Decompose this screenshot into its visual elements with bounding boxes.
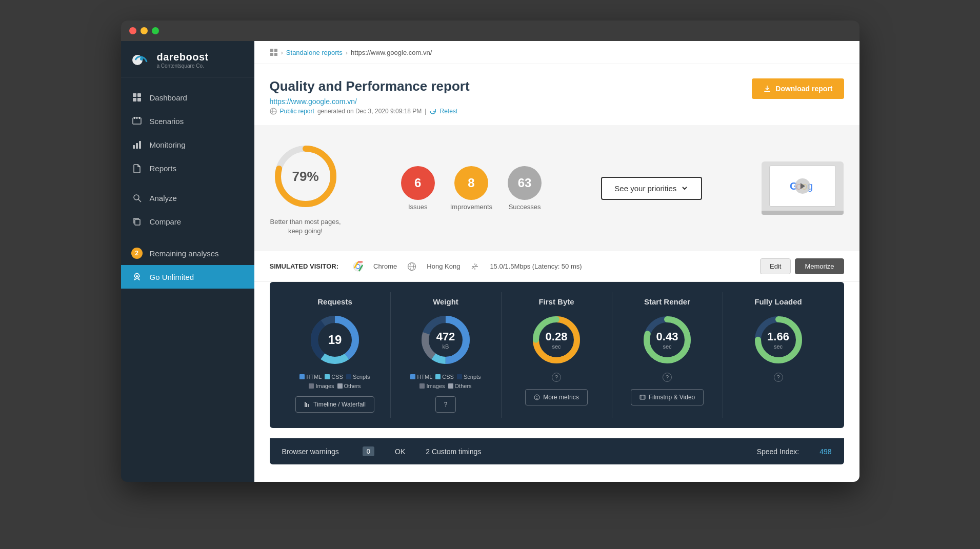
svg-point-16: [136, 275, 138, 277]
speed-index-value[interactable]: 498: [819, 448, 831, 456]
download-btn-label: Download report: [775, 85, 832, 93]
priorities-button[interactable]: See your priorities: [601, 177, 702, 200]
weight-gauge: 472 kB: [420, 314, 471, 365]
bar-chart-icon: [131, 139, 143, 150]
filmstrip-button[interactable]: Filmstrip & Video: [631, 389, 704, 405]
first-byte-value: 0.28: [546, 330, 568, 343]
sidebar-item-dashboard-label: Dashboard: [150, 93, 187, 102]
bottom-bar: Browser warnings 0 OK 2 Custom timings S…: [270, 438, 844, 464]
weight-title: Weight: [433, 297, 458, 306]
more-metrics-button[interactable]: More metrics: [525, 389, 587, 405]
requests-gauge: 19: [309, 314, 361, 365]
requests-title: Requests: [317, 297, 352, 306]
logo-sub: a Contentsquare Co.: [157, 63, 209, 69]
svg-rect-40: [308, 404, 309, 407]
generated-text: generated on Dec 3, 2020 9:09:18 PM: [317, 108, 422, 115]
legend-others-req: Others: [337, 383, 361, 389]
visitor-actions: Edit Memorize: [760, 258, 844, 274]
score-badges: 6 Issues 8 Improvements 63: [401, 166, 542, 211]
sidebar-item-go-unlimited[interactable]: Go Unlimited: [121, 265, 254, 289]
requests-value: 19: [328, 333, 342, 347]
breadcrumb-home-icon[interactable]: [270, 48, 278, 56]
laptop-top: G o o g: [762, 161, 844, 211]
svg-rect-9: [139, 117, 140, 119]
gauge-percent: 79%: [292, 169, 318, 185]
visitor-bar: SIMULATED VISITOR: Chrome Hong Kong 15.0…: [254, 251, 859, 282]
chevron-down-icon: [681, 184, 689, 192]
sidebar-item-scenarios[interactable]: Scenarios: [121, 109, 254, 133]
sidebar-item-reports[interactable]: Reports: [121, 156, 254, 180]
fully-loaded-help[interactable]: ?: [774, 373, 783, 382]
metric-requests: Requests 19: [280, 292, 391, 418]
waterfall-icon: [304, 401, 310, 408]
svg-rect-22: [764, 91, 770, 92]
svg-rect-7: [134, 117, 135, 119]
sidebar-item-scenarios-label: Scenarios: [150, 117, 184, 126]
more-metrics-label: More metrics: [543, 394, 578, 401]
improvements-circle: 8: [454, 166, 488, 200]
weight-legend-scripts: Scripts: [457, 374, 481, 380]
first-byte-title: First Byte: [538, 297, 574, 306]
visitor-help-icon[interactable]: ?: [592, 263, 602, 273]
metrics-icon: [534, 394, 540, 400]
first-byte-help[interactable]: ?: [552, 373, 561, 382]
sidebar-item-monitoring-label: Monitoring: [150, 140, 186, 149]
breadcrumb-standalone-reports[interactable]: Standalone reports: [286, 49, 343, 56]
gauge-sub: Better than most pages, keep going!: [270, 217, 341, 236]
fully-loaded-value-center: 1.66 sec: [767, 330, 789, 350]
chrome-icon: [353, 261, 363, 272]
rocket-icon: [131, 271, 143, 282]
waterfall-button[interactable]: Timeline / Waterfall: [295, 396, 374, 413]
sidebar-item-dashboard[interactable]: Dashboard: [121, 86, 254, 109]
breadcrumb-current: https://www.google.com.vn/: [351, 49, 432, 56]
report-title: Quality and Performance report: [270, 78, 470, 94]
weight-unit: kB: [436, 343, 455, 350]
sidebar-item-analyze[interactable]: Analyze: [121, 186, 254, 210]
weight-help-btn[interactable]: ?: [435, 396, 456, 413]
legend-html: HTML: [299, 374, 322, 380]
improvements-label: Improvements: [450, 203, 492, 211]
sidebar-logo: dareboost a Contentsquare Co.: [121, 41, 254, 77]
search-icon: [131, 192, 143, 204]
svg-rect-39: [306, 403, 307, 407]
weight-legend-css: CSS: [435, 374, 454, 380]
file-icon: [131, 162, 143, 174]
svg-rect-17: [270, 49, 273, 52]
report-url[interactable]: https://www.google.com.vn/: [270, 97, 470, 106]
sidebar-item-go-unlimited-label: Go Unlimited: [150, 273, 194, 281]
svg-rect-12: [139, 141, 141, 149]
report-meta: Public report generated on Dec 3, 2020 9…: [270, 108, 470, 115]
public-report-link[interactable]: Public report: [280, 108, 314, 115]
first-byte-gauge: 0.28 sec: [531, 314, 582, 365]
maximize-button[interactable]: [152, 27, 159, 34]
speed-icon: [470, 262, 479, 271]
sidebar-nav: Dashboard Scenarios Monitoring: [121, 77, 254, 482]
metric-weight: Weight 472 kB: [391, 292, 502, 418]
start-render-gauge: 0.43 sec: [642, 314, 693, 365]
browser-warnings-label: Browser warnings: [282, 448, 339, 456]
priorities-btn-label: See your priorities: [614, 184, 676, 193]
sidebar-item-monitoring[interactable]: Monitoring: [121, 133, 254, 156]
logo-icon: [131, 52, 152, 68]
edit-button[interactable]: Edit: [760, 258, 791, 274]
memorize-button[interactable]: Memorize: [795, 258, 844, 274]
minimize-button[interactable]: [141, 27, 148, 34]
legend-css: CSS: [325, 374, 343, 380]
weight-value: 472: [436, 330, 455, 343]
retest-link[interactable]: Retest: [439, 108, 457, 115]
close-button[interactable]: [129, 27, 136, 34]
svg-rect-4: [133, 98, 136, 101]
issues-circle: 6: [401, 166, 435, 200]
svg-rect-5: [137, 98, 141, 101]
download-report-button[interactable]: Download report: [752, 78, 844, 99]
start-render-help[interactable]: ?: [663, 373, 672, 382]
sidebar-item-compare[interactable]: Compare: [121, 210, 254, 233]
mac-window: dareboost a Contentsquare Co. Dashboard: [121, 21, 859, 482]
svg-rect-15: [135, 219, 140, 225]
improvements-value: 8: [468, 176, 474, 190]
sidebar-item-remaining[interactable]: 2 Remaining analyses: [121, 241, 254, 265]
svg-line-14: [138, 199, 141, 202]
fully-loaded-unit: sec: [767, 343, 789, 350]
issues-badge: 6 Issues: [401, 166, 435, 211]
start-render-title: Start Render: [644, 297, 690, 306]
